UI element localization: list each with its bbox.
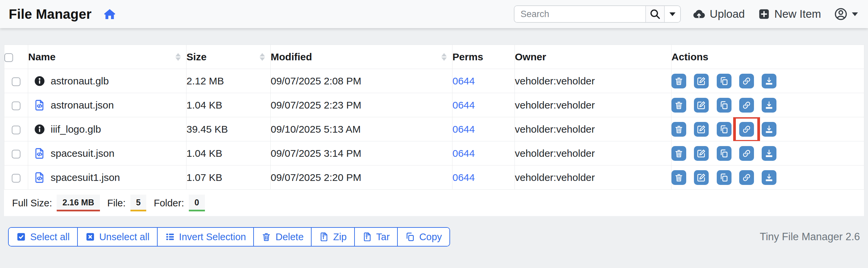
table-row: spacesuit1.json 1.07 KB 09/07/2025 2:20 …: [4, 166, 864, 190]
download-icon: [764, 125, 774, 134]
download-action-button[interactable]: [762, 146, 776, 161]
row-checkbox[interactable]: [12, 126, 21, 134]
select-all-checkbox[interactable]: [4, 53, 13, 62]
file-owner: veholder:veholder: [515, 117, 672, 141]
file-name-link[interactable]: astronaut.glb: [51, 75, 108, 87]
chevron-down-icon: [670, 12, 676, 16]
download-action-button[interactable]: [762, 98, 776, 112]
file-name-link[interactable]: iiif_logo.glb: [51, 124, 101, 135]
table-row: astronaut.json 1.04 KB 09/07/2025 2:23 P…: [4, 93, 864, 117]
copy-icon: [719, 173, 729, 182]
row-checkbox[interactable]: [12, 150, 21, 159]
file-size: 2.12 MB: [186, 69, 271, 93]
delete-button[interactable]: Delete: [254, 228, 312, 246]
bulk-actions-group: Select all Unselect all Invert Selection…: [8, 227, 450, 246]
upload-button[interactable]: Upload: [692, 7, 745, 21]
tar-button[interactable]: Tar: [355, 228, 398, 246]
download-action-button[interactable]: [762, 74, 776, 89]
home-button[interactable]: [103, 7, 116, 21]
invert-selection-button[interactable]: Invert Selection: [158, 228, 254, 246]
file-name-link[interactable]: astronaut.json: [51, 100, 114, 111]
delete-action-button[interactable]: [672, 98, 686, 112]
row-checkbox[interactable]: [12, 77, 21, 86]
edit-action-button[interactable]: [694, 170, 709, 185]
file-code-icon: [34, 147, 45, 160]
delete-action-button[interactable]: [672, 146, 686, 161]
link-action-button[interactable]: [739, 170, 754, 185]
perms-link[interactable]: 0644: [453, 148, 475, 159]
link-icon: [742, 100, 751, 110]
copy-action-button[interactable]: [717, 170, 732, 185]
file-size: 1.04 KB: [186, 93, 271, 117]
edit-action-button[interactable]: [694, 98, 709, 112]
account-menu-button[interactable]: [834, 7, 858, 21]
new-item-button[interactable]: New Item: [758, 8, 821, 21]
file-list-card: Name Size Modified Perms Owner Actions: [4, 44, 864, 216]
zip-button[interactable]: Zip: [312, 228, 354, 246]
file-owner: veholder:veholder: [515, 141, 672, 166]
plus-square-icon: [758, 8, 770, 21]
copy-action-button[interactable]: [717, 74, 732, 89]
delete-action-button[interactable]: [672, 122, 686, 137]
stats-bar: Full Size: 2.16 MB File: 5 Folder: 0: [4, 190, 864, 216]
edit-action-button[interactable]: [694, 146, 709, 161]
delete-action-button[interactable]: [672, 74, 686, 89]
edit-action-button[interactable]: [694, 122, 709, 137]
table-row: astronaut.glb 2.12 MB 09/07/2025 2:08 PM…: [4, 69, 864, 93]
copy-action-button[interactable]: [717, 98, 732, 112]
trash-icon: [261, 232, 271, 242]
file-name-link[interactable]: spacesuit.json: [51, 148, 114, 159]
perms-link[interactable]: 0644: [453, 124, 475, 135]
file-modified: 09/07/2025 3:14 PM: [271, 141, 453, 166]
download-action-button[interactable]: [762, 122, 776, 137]
copy-action-button[interactable]: [717, 122, 732, 137]
search-group: [514, 5, 681, 23]
bottom-bar: Select all Unselect all Invert Selection…: [8, 227, 860, 246]
link-action-button[interactable]: [739, 146, 754, 161]
select-all-button[interactable]: Select all: [9, 228, 78, 246]
sort-icon: [259, 53, 265, 61]
column-header-name[interactable]: Name: [28, 45, 186, 69]
trash-icon: [674, 125, 684, 134]
download-action-button[interactable]: [762, 170, 776, 185]
link-action-button[interactable]: [739, 74, 754, 89]
delete-action-button[interactable]: [672, 170, 686, 185]
copy-button[interactable]: Copy: [398, 228, 450, 246]
file-name-link[interactable]: spacesuit1.json: [51, 172, 120, 183]
row-checkbox[interactable]: [12, 174, 21, 182]
edit-icon: [696, 76, 706, 86]
file-code-icon: [34, 171, 45, 183]
search-button[interactable]: [645, 6, 664, 22]
perms-link[interactable]: 0644: [453, 172, 475, 183]
link-action-button[interactable]: [739, 122, 754, 137]
table-row: iiif_logo.glb 39.45 KB 09/10/2025 5:13 A…: [4, 117, 864, 141]
file-owner: veholder:veholder: [515, 93, 672, 117]
info-circle-icon: [34, 75, 45, 87]
column-header-modified[interactable]: Modified: [271, 45, 453, 69]
trash-icon: [674, 76, 684, 86]
file-modified: 09/10/2025 5:13 AM: [271, 117, 453, 141]
link-action-button[interactable]: [739, 98, 754, 112]
table-row: spacesuit.json 1.04 KB 09/07/2025 3:14 P…: [4, 141, 864, 166]
upload-button-label: Upload: [710, 8, 745, 21]
file-size: 1.04 KB: [186, 141, 271, 166]
new-item-button-label: New Item: [774, 8, 821, 21]
unselect-all-button[interactable]: Unselect all: [78, 228, 158, 246]
copy-action-button[interactable]: [717, 146, 732, 161]
column-header-size[interactable]: Size: [186, 45, 271, 69]
search-dropdown-button[interactable]: [664, 6, 680, 22]
copy-icon: [405, 232, 415, 242]
download-icon: [764, 100, 774, 110]
edit-action-button[interactable]: [694, 74, 709, 89]
row-checkbox[interactable]: [12, 101, 21, 110]
download-icon: [764, 173, 774, 182]
search-input[interactable]: [515, 6, 645, 22]
perms-link[interactable]: 0644: [453, 100, 475, 110]
file-owner: veholder:veholder: [515, 166, 672, 190]
edit-icon: [696, 149, 706, 158]
file-count-label: File:: [107, 198, 126, 209]
file-size: 1.07 KB: [186, 166, 271, 190]
upload-cloud-icon: [692, 7, 706, 21]
file-archive-icon: [319, 232, 329, 242]
perms-link[interactable]: 0644: [453, 75, 475, 87]
